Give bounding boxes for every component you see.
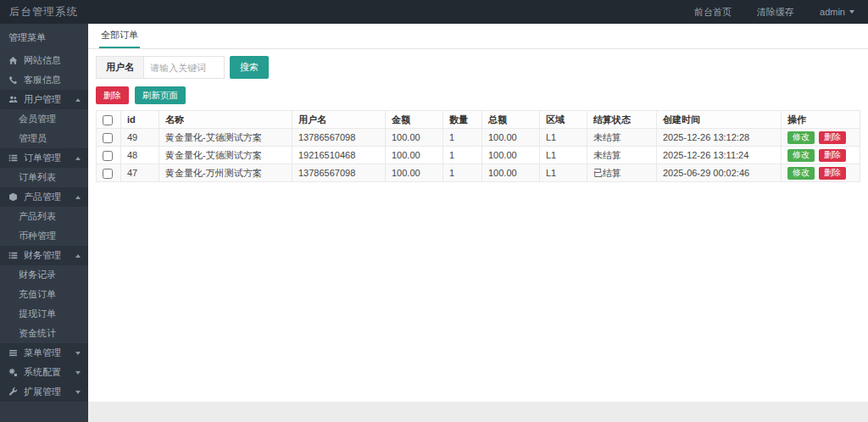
cell-id: 48 [121, 147, 159, 164]
cell-name: 黄金量化-艾德测试方案 [159, 129, 292, 147]
clear-cache-link[interactable]: 清除缓存 [757, 6, 794, 19]
home-icon [8, 56, 19, 66]
sidebar: 管理菜单 网站信息客服信息用户管理会员管理管理员订单管理订单列表产品管理产品列表… [0, 24, 88, 422]
column-header: id [121, 111, 159, 129]
sidebar-item-member-mgmt[interactable]: 会员管理 [0, 109, 88, 129]
front-home-link[interactable]: 前台首页 [694, 6, 732, 19]
delete-row-button[interactable]: 删除 [819, 131, 846, 144]
cell-area: L1 [540, 164, 587, 182]
cell-name: 黄金量化-艾德测试方案 [159, 147, 292, 164]
list-icon [8, 153, 19, 164]
sidebar-item-finance-records[interactable]: 财务记录 [0, 265, 88, 285]
user-name: admin [820, 7, 845, 17]
cell-total: 100.00 [482, 147, 540, 164]
sidebar-item-product-list[interactable]: 产品列表 [0, 207, 88, 226]
sidebar-header: 管理菜单 [0, 24, 88, 51]
cell-total: 100.00 [482, 164, 540, 182]
delete-button[interactable]: 删除 [96, 86, 129, 104]
sidebar-item-system-config[interactable]: 系统配置 [0, 363, 88, 382]
cell-username: 13786567098 [292, 129, 386, 147]
cell-created: 2025-12-26 13:12:28 [657, 129, 782, 147]
wrench-icon [8, 387, 19, 397]
chevron-up-icon [75, 98, 81, 102]
select-all-checkbox[interactable] [103, 115, 113, 125]
main-panel: 全部订单 用户名 搜索 删除 刷新页面 id名称用户名金额数量总额区域结算状态创… [88, 24, 868, 402]
sidebar-item-menu-mgmt[interactable]: 菜单管理 [0, 343, 88, 363]
row-checkbox[interactable] [103, 133, 113, 143]
row-checkbox-cell [97, 164, 121, 182]
sidebar-item-label: 订单管理 [24, 152, 61, 164]
list-icon [8, 251, 19, 261]
sidebar-item-product-mgmt[interactable]: 产品管理 [0, 187, 88, 207]
sidebar-item-label: 提现订单 [19, 308, 56, 320]
cell-created: 2025-12-26 13:11:24 [657, 147, 782, 164]
chevron-down-icon [75, 352, 81, 355]
sidebar-item-label: 财务管理 [24, 249, 61, 262]
cell-qty: 1 [443, 147, 482, 164]
username-label: 用户名 [96, 56, 144, 79]
search-form: 用户名 搜索 [96, 56, 868, 79]
column-header: 区域 [540, 111, 587, 129]
sidebar-menu: 网站信息客服信息用户管理会员管理管理员订单管理订单列表产品管理产品列表币种管理财… [0, 51, 88, 402]
table-header-row: id名称用户名金额数量总额区域结算状态创建时间操作 [97, 111, 860, 129]
column-header: 结算状态 [587, 111, 657, 129]
sidebar-item-order-mgmt[interactable]: 订单管理 [0, 148, 88, 168]
cell-username: 19216510468 [292, 147, 386, 164]
table-toolbar: 删除 刷新页面 [96, 86, 868, 104]
sidebar-item-extension-mgmt[interactable]: 扩展管理 [0, 382, 88, 402]
column-header: 总额 [482, 111, 540, 129]
sidebar-item-label: 系统配置 [24, 366, 61, 379]
cell-area: L1 [540, 129, 587, 147]
tab-strip: 全部订单 [88, 24, 868, 49]
edit-button[interactable]: 修改 [787, 149, 815, 162]
menu-icon [8, 348, 19, 358]
header-checkbox-cell [97, 111, 121, 129]
table-row: 47黄金量化-万州测试方案13786567098100.001100.00L1已… [97, 164, 860, 182]
chevron-down-icon [75, 371, 81, 375]
app-title: 后台管理系统 [0, 5, 78, 19]
cell-id: 47 [121, 164, 159, 182]
chevron-up-icon [75, 157, 81, 160]
sidebar-item-user-mgmt[interactable]: 用户管理 [0, 90, 88, 109]
sidebar-item-recharge-orders[interactable]: 充值订单 [0, 285, 88, 304]
edit-button[interactable]: 修改 [787, 167, 815, 180]
sidebar-item-site-info[interactable]: 网站信息 [0, 51, 88, 70]
cell-amount: 100.00 [386, 164, 443, 182]
row-checkbox[interactable] [103, 169, 113, 179]
cell-username: 13786567098 [292, 164, 386, 182]
cube-icon [8, 192, 19, 203]
sidebar-item-label: 订单列表 [19, 171, 56, 184]
sidebar-item-label: 资金统计 [19, 327, 56, 340]
sidebar-item-withdraw-orders[interactable]: 提现订单 [0, 304, 88, 324]
cell-actions: 修改删除 [782, 129, 860, 147]
row-checkbox[interactable] [103, 151, 113, 161]
search-button[interactable]: 搜索 [230, 56, 269, 79]
edit-button[interactable]: 修改 [787, 131, 815, 144]
sidebar-item-label: 扩展管理 [24, 386, 61, 398]
sidebar-item-label: 产品管理 [24, 191, 61, 203]
user-menu[interactable]: admin [820, 7, 854, 17]
column-header: 名称 [159, 111, 292, 129]
sidebar-item-funds-stats[interactable]: 资金统计 [0, 324, 88, 343]
column-header: 用户名 [292, 111, 386, 129]
row-checkbox-cell [97, 147, 121, 164]
delete-row-button[interactable]: 删除 [819, 149, 846, 162]
sidebar-item-finance-mgmt[interactable]: 财务管理 [0, 246, 88, 265]
refresh-button[interactable]: 刷新页面 [135, 86, 186, 104]
cell-actions: 修改删除 [782, 164, 860, 182]
delete-row-button[interactable]: 删除 [819, 167, 846, 180]
column-header: 金额 [386, 111, 443, 129]
tab-all-orders[interactable]: 全部订单 [99, 24, 140, 48]
keyword-input[interactable] [144, 56, 225, 79]
sidebar-item-order-list[interactable]: 订单列表 [0, 168, 88, 187]
phone-icon [8, 75, 19, 86]
sidebar-item-currency-mgmt[interactable]: 币种管理 [0, 226, 88, 246]
sidebar-item-label: 客服信息 [24, 74, 61, 86]
chevron-down-icon [849, 10, 854, 14]
table-row: 49黄金量化-艾德测试方案13786567098100.001100.00L1未… [97, 129, 860, 147]
cell-status: 未结算 [587, 147, 657, 164]
cell-total: 100.00 [482, 129, 540, 147]
sidebar-item-admin-list[interactable]: 管理员 [0, 129, 88, 148]
column-header: 数量 [443, 111, 482, 129]
sidebar-item-service-info[interactable]: 客服信息 [0, 70, 88, 90]
